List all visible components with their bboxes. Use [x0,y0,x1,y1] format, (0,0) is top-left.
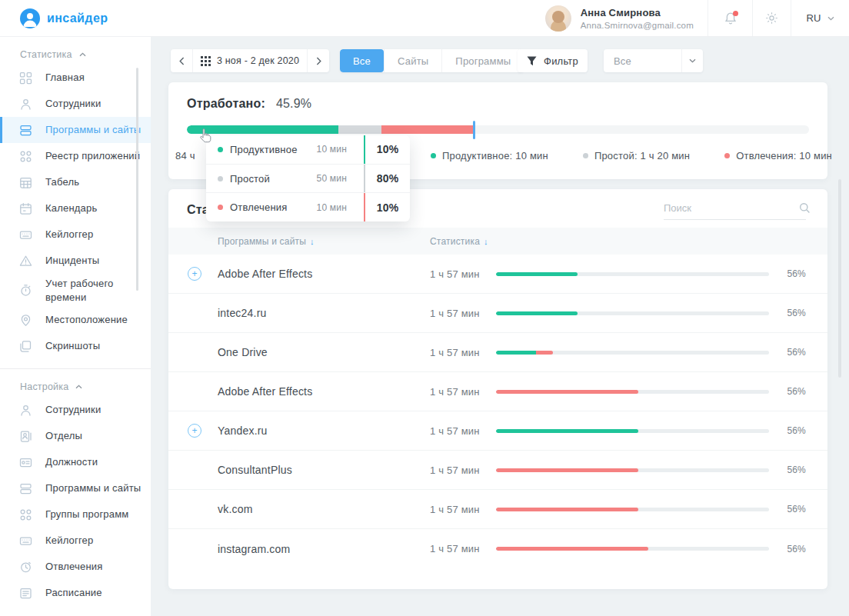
tab-сайты[interactable]: Сайты [384,49,441,72]
sidebar-item-label: Группы программ [45,508,129,521]
sidebar-item-главная[interactable]: Главная [0,65,151,91]
sidebar-item-label: Сотрудники [45,403,101,417]
screenshots-icon [19,340,32,353]
sidebar-section-label[interactable]: Настройка [20,381,151,392]
sidebar-item-label: Отвлечения [45,560,103,574]
filter-label: Фильтр [544,55,578,67]
notification-dot [733,11,738,16]
sidebar-item-label: Программы и сайты [45,481,141,495]
bar-segment-distraction [381,125,474,134]
row-time: 1 ч 57 мин [430,504,496,515]
sidebar-item-группы-программ[interactable]: Группы программ [0,501,151,528]
stopwatch-icon [19,284,32,297]
user-menu[interactable]: Анна Смирнова Anna.Smirnova@gmail.com [534,0,708,36]
table-row-yandex-ru[interactable]: +Yandex.ru1 ч 57 мин56% [168,411,827,451]
tab-все[interactable]: Все [340,49,384,72]
sidebar-item-программы-и-сайты[interactable]: Программы и сайты [0,117,151,143]
table-row-instagram-com[interactable]: instagram.com1 ч 57 мин56% [168,529,827,568]
sidebar-item-label: Кейлоггер [45,534,93,548]
table-row-adobe-after-effects[interactable]: Adobe After Effects1 ч 57 мин56% [168,372,827,411]
row-time: 1 ч 57 мин [430,543,496,554]
date-range-control: 3 ноя - 2 дек 2020 [171,49,329,72]
row-bar-segment [496,547,648,551]
tooltip-label: Продуктивное [230,144,302,155]
user-email: Anna.Smirnova@gmail.com [581,21,694,30]
logo[interactable]: инсайдер [0,0,151,37]
sidebar-item-должности[interactable]: Должности [0,449,151,475]
funnel-icon [527,56,537,66]
sidebar-item-label: Программы и сайты [45,123,141,137]
category-dropdown[interactable]: Все [604,49,703,72]
row-time: 1 ч 57 мин [430,268,496,280]
chevron-up-icon [75,385,82,389]
search-box [664,197,806,220]
avatar[interactable] [545,5,571,32]
tooltip-dot [218,205,223,210]
calendar-grid-icon [201,56,211,66]
sidebar-item-расписание[interactable]: Расписание [0,580,151,606]
row-bar-cell [496,508,769,511]
expand-button[interactable]: + [188,267,201,281]
row-bar-cell [496,351,769,355]
worked-progress-bar[interactable] [187,125,809,134]
legend-dot [724,153,730,158]
row-percent: 56% [769,386,827,397]
row-progress-track [496,429,769,433]
sidebar-section-label[interactable]: Статистика [20,49,151,60]
table-row-intec24-ru[interactable]: intec24.ru1 ч 57 мин56% [168,294,827,333]
search-input[interactable] [664,202,799,214]
dashboard-grid-icon [19,72,32,85]
window-scrollbar[interactable] [838,179,841,378]
sidebar-nav: СтатистикаГлавнаяСотрудникиПрограммы и с… [0,49,151,606]
filter-button[interactable]: Фильтр [518,49,588,72]
tab-программы[interactable]: Программы [441,49,524,72]
department-card-icon [19,430,32,443]
sidebar-item-кейлоггер[interactable]: Кейлоггер [0,221,151,248]
sidebar-scrollbar[interactable] [136,68,138,291]
settings-button[interactable] [752,0,791,36]
gear-icon [765,12,778,25]
language-selector[interactable]: RU [791,0,849,36]
row-bar-cell [496,547,769,551]
brand-name: инсайдер [47,12,108,25]
sidebar-item-табель[interactable]: Табель [0,169,151,195]
sidebar-item-учет-рабочего-времени[interactable]: Учет рабочего времени [0,274,151,307]
notifications-button[interactable] [708,0,752,36]
sidebar-item-реестр-приложений[interactable]: Реестр приложений [0,143,151,169]
sidebar-item-отвлечения[interactable]: Отвлечения [0,554,151,580]
sidebar-item-отделы[interactable]: Отделы [0,423,151,449]
row-time: 1 ч 57 мин [430,464,496,476]
progress-marker[interactable] [473,121,475,139]
worked-percent: 45.9% [276,97,311,111]
tooltip-time: 10 мин [302,202,347,213]
sidebar-item-сотрудники[interactable]: Сотрудники [0,91,151,117]
row-progress-track [496,351,769,355]
prev-period-button[interactable] [171,49,192,72]
expand-button[interactable]: + [188,424,201,438]
table-row-one-drive[interactable]: One Drive1 ч 57 мин56% [168,333,827,372]
sidebar-item-местоположение[interactable]: Местоположение [0,307,151,333]
clock-icon [19,561,32,574]
date-range-button[interactable]: 3 ноя - 2 дек 2020 [192,49,308,72]
sidebar-item-календарь[interactable]: Календарь [0,195,151,221]
search-icon[interactable] [799,202,811,214]
tooltip-label: Простой [230,173,302,185]
breakdown-tooltip: Продуктивное10 мин10%Простой50 мин80%Отв… [206,135,410,221]
table-row-consultantplus[interactable]: ConsultantPlus1 ч 57 мин56% [168,451,827,490]
column-header-programs[interactable]: Программы и сайты↓ [218,236,430,247]
sidebar-item-кейлоггер[interactable]: Кейлоггер [0,528,151,554]
date-range-value: 3 ноя - 2 дек 2020 [217,55,299,66]
sidebar-item-программы-и-сайты[interactable]: Программы и сайты [0,475,151,501]
next-period-button[interactable] [308,49,329,72]
tooltip-row-простой: Простой50 мин80% [206,165,410,194]
column-header-statistics[interactable]: Статистика↓ [430,236,496,247]
row-percent: 56% [769,425,827,436]
sidebar-item-скриншоты[interactable]: Скриншоты [0,333,151,359]
tooltip-dot [218,147,223,152]
sidebar-item-инциденты[interactable]: Инциденты [0,248,151,274]
row-progress-track [496,508,769,511]
topbar: Анна Смирнова Anna.Smirnova@gmail.com RU [151,0,849,37]
table-row-vk-com[interactable]: vk.com1 ч 57 мин56% [168,490,827,529]
sidebar-item-сотрудники[interactable]: Сотрудники [0,397,151,423]
table-row-adobe-after-effects[interactable]: +Adobe After Effects1 ч 57 мин56% [168,255,827,294]
